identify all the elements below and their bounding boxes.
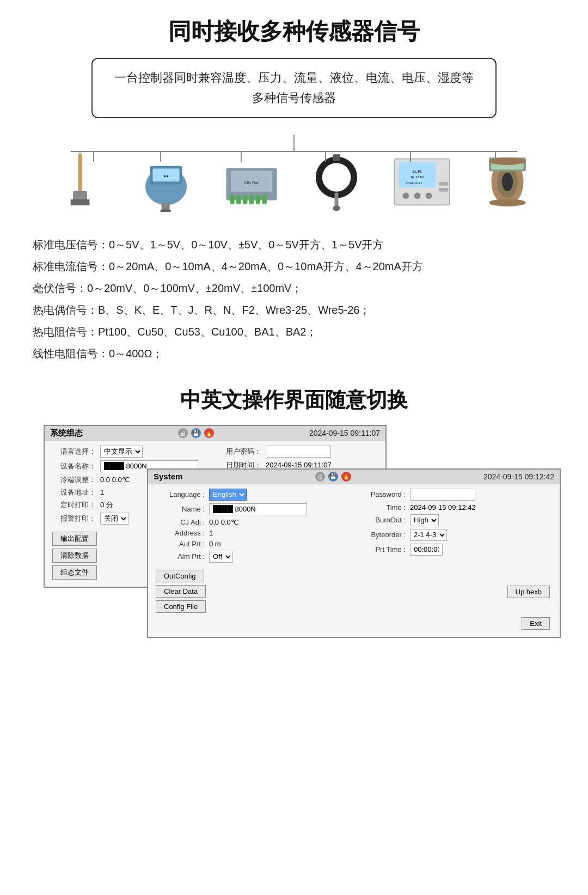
save-icon[interactable]: 💾 [191, 428, 201, 438]
svg-marker-3 [78, 152, 82, 155]
svg-point-35 [501, 173, 512, 191]
svg-rect-31 [439, 182, 448, 186]
pwd-label-cn: 用户密码： [218, 447, 261, 456]
btn-exit[interactable]: Exit [522, 617, 550, 630]
lang-label-cn: 语言选择： [52, 447, 96, 456]
alarm-label-cn: 报警打印： [52, 514, 96, 523]
sensors-row: ●● DIN Rail [22, 152, 566, 212]
panel-en-body: Language : English Name : CJ Adj : 0.0 0… [148, 484, 560, 637]
cold-value-cn: 0.0 0.0℃ [100, 476, 130, 484]
pwd-input-cn[interactable] [266, 446, 331, 458]
specs-section: 标准电压信号：0～5V、1～5V、0～10V、±5V、0～5V开方、1～5V开方… [0, 223, 588, 375]
row-lang-cn: 语言选择： 中文显示 [52, 446, 212, 458]
spec-line-4: 热电偶信号：B、S、K、E、T、J、R、N、F2、Wre3-25、Wre5-26… [33, 299, 555, 321]
print-icon-en[interactable]: 🖨 [315, 472, 325, 482]
btn-configfile[interactable]: Config File [156, 600, 206, 613]
svg-point-19 [319, 160, 354, 194]
sensor-diagram: ●● DIN Rail [0, 135, 588, 212]
svg-rect-12 [236, 194, 241, 204]
burnout-label-en: BurnOut : [357, 516, 406, 524]
panel-en-grid: Language : English Name : CJ Adj : 0.0 0… [156, 489, 552, 632]
spec-line-6: 线性电阻信号：0～400Ω； [33, 343, 555, 364]
panel-en-header: System 🖨 💾 🔥 2024-09-15 09:12:42 [148, 470, 560, 484]
subtitle-line1: 一台控制器同时兼容温度、压力、流量、液位、电流、电压、湿度等 [114, 71, 474, 84]
btn-outconfig[interactable]: OutConfig [156, 570, 204, 582]
svg-rect-16 [262, 194, 266, 204]
top-section: 同时接收多种传感器信号 一台控制器同时兼容温度、压力、流量、液位、电流、电压、湿… [0, 0, 588, 129]
svg-point-38 [489, 157, 526, 165]
pwd-input-en[interactable] [410, 489, 475, 501]
lang-select-cn[interactable]: 中文显示 [100, 446, 143, 458]
row-pwd-en: Password : [357, 489, 552, 501]
aut-value-en: 0 m [209, 540, 221, 548]
btn-clear-cn[interactable]: 清除数据 [52, 549, 97, 563]
panel-en: System 🖨 💾 🔥 2024-09-15 09:12:42 Languag… [147, 468, 561, 638]
prttime-label-en: Prt Time : [357, 545, 406, 553]
panel-en-datetime: 2024-09-15 09:12:42 [483, 472, 554, 481]
timer-value-cn: 0 分 [100, 500, 113, 510]
row-btn-uphexb: Up hexb [357, 586, 552, 598]
panel-en-right: Password : Time : 2024-09-15 09:12:42 Bu… [357, 489, 552, 632]
row-alm-en: Alm Prt : Off [156, 551, 351, 563]
byteorder-select-en[interactable]: 2-1 4-3 [410, 529, 447, 541]
row-burnout-en: BurnOut : High [357, 514, 552, 526]
alarm-select-cn[interactable]: 关闭 [100, 513, 128, 525]
subtitle-box: 一台控制器同时兼容温度、压力、流量、液位、电流、电压、湿度等 多种信号传感器 [91, 58, 497, 118]
panel-en-title: System [154, 472, 182, 481]
panel-cn-header: 系统组态 🖨 💾 🔥 2024-09-15 09:11:07 [45, 426, 385, 441]
lang-label-en: Language : [156, 490, 205, 498]
row-btn-cleardata: Clear Data [156, 585, 351, 598]
panel-en-left: Language : English Name : CJ Adj : 0.0 0… [156, 489, 351, 632]
prttime-input-en[interactable] [410, 544, 443, 556]
name-input-en[interactable] [209, 503, 307, 515]
sensor-2: ●● [128, 152, 204, 212]
row-time-en: Time : 2024-09-15 09:12:42 [357, 503, 552, 512]
switch-title: 中英文操作界面随意切换 [0, 386, 588, 414]
svg-text:Tp. 16.6tc: Tp. 16.6tc [410, 175, 424, 179]
name-label-cn: 设备名称： [52, 461, 96, 471]
row-btn-exit: Exit [357, 617, 552, 630]
panels-area: 系统组态 🖨 💾 🔥 2024-09-15 09:11:07 语言选择： 中文显… [22, 425, 566, 763]
svg-rect-11 [230, 194, 234, 204]
svg-text:2024-11-11: 2024-11-11 [406, 181, 422, 185]
row-aut-en: Aut Prt : 0 m [156, 540, 351, 548]
svg-text:DIN Rail: DIN Rail [243, 180, 259, 185]
panel-cn-title: 系统组态 [50, 428, 83, 439]
svg-text:EL.Fr.: EL.Fr. [412, 169, 422, 173]
spec-line-5: 热电阻信号：Pt100、Cu50、Cu53、Cu100、BA1、BA2； [33, 321, 555, 343]
svg-text:●●: ●● [163, 173, 169, 178]
time-label-en: Time : [357, 503, 406, 512]
settings-icon[interactable]: 🔥 [204, 428, 214, 438]
save-icon-en[interactable]: 💾 [328, 472, 338, 482]
sensor-5: EL.Fr. Tp. 16.6tc 2024-11-11 [384, 152, 460, 212]
svg-rect-13 [243, 194, 247, 204]
print-icon[interactable]: 🖨 [178, 428, 188, 438]
spec-line-1: 标准电压信号：0～5V、1～5V、0～10V、±5V、0～5V开方、1～5V开方 [33, 234, 555, 255]
svg-rect-0 [78, 154, 82, 194]
svg-point-28 [402, 192, 409, 199]
burnout-select-en[interactable]: High [410, 514, 439, 526]
sensor-6 [469, 152, 546, 212]
spec-line-2: 标准电流信号：0～20mA、0～10mA、4～20mA、0～10mA开方、4～2… [33, 255, 555, 277]
btn-config-cn[interactable]: 组态文件 [52, 565, 97, 580]
row-cj-en: CJ Adj : 0.0 0.0℃ [156, 518, 351, 526]
sensor-1 [42, 152, 119, 212]
cj-label-en: CJ Adj : [156, 518, 205, 526]
btn-uphexb[interactable]: Up hexb [507, 586, 550, 598]
sensor-4 [298, 152, 375, 212]
svg-point-29 [414, 192, 421, 199]
pwd-label-en: Password : [357, 490, 406, 498]
sensor-3: DIN Rail [213, 152, 290, 212]
panel-cn-datetime: 2024-09-15 09:11:07 [309, 429, 380, 437]
row-lang-en: Language : English [156, 489, 351, 501]
cj-value-en: 0.0 0.0℃ [209, 518, 239, 526]
btn-cleardata[interactable]: Clear Data [156, 585, 206, 598]
row-btn-outconfig: OutConfig [156, 570, 351, 582]
alm-select-en[interactable]: Off [209, 551, 233, 563]
main-title: 同时接收多种传感器信号 [33, 16, 555, 47]
settings-icon-en[interactable]: 🔥 [341, 472, 351, 482]
lang-select-en[interactable]: English [209, 489, 247, 501]
addr-value-cn: 1 [100, 488, 104, 496]
row-pwd-cn: 用户密码： [218, 446, 378, 458]
btn-output-cn[interactable]: 输出配置 [52, 532, 97, 546]
